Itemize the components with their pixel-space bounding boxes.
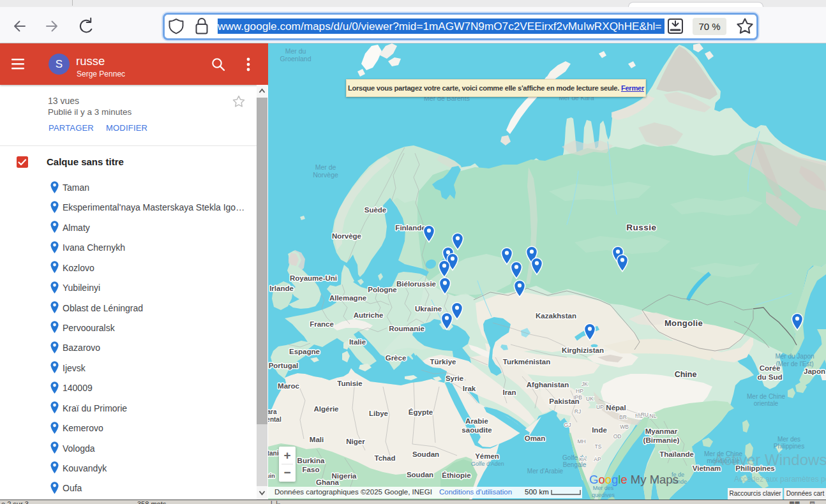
svg-text:saoudite: saoudite	[462, 426, 492, 434]
svg-text:uin: uin	[268, 473, 275, 479]
svg-text:Libye: Libye	[369, 410, 388, 417]
svg-text:Irak: Irak	[463, 385, 476, 392]
svg-text:Tchad: Tchad	[374, 454, 395, 462]
svg-text:Russie: Russie	[626, 223, 656, 232]
svg-text:Kazakhstan: Kazakhstan	[536, 312, 576, 320]
svg-text:Chine: Chine	[675, 370, 697, 379]
svg-text:Soudan: Soudan	[407, 471, 433, 478]
svg-text:Mali: Mali	[310, 436, 324, 443]
svg-text:Golfe d'Aden: Golfe d'Aden	[471, 461, 504, 467]
svg-text:BR: BR	[619, 414, 627, 420]
svg-text:KA: KA	[579, 456, 587, 463]
svg-text:UP: UP	[596, 404, 604, 410]
svg-text:UK: UK	[586, 396, 594, 402]
svg-text:Allemagne: Allemagne	[329, 294, 366, 302]
svg-text:Soudan: Soudan	[412, 450, 439, 458]
svg-text:HP: HP	[576, 388, 583, 394]
svg-text:Mer du: Mer du	[285, 47, 306, 55]
svg-text:Biélorussie: Biélorussie	[396, 280, 436, 288]
svg-text:Afghanistan: Afghanistan	[527, 381, 569, 389]
svg-text:Syrie: Syrie	[446, 374, 463, 382]
svg-text:Finlande: Finlande	[395, 224, 425, 232]
svg-text:Arabie: Arabie	[465, 417, 488, 425]
svg-text:Kirghizistan: Kirghizistan	[562, 346, 604, 354]
svg-text:Turkménistan: Turkménistan	[503, 358, 551, 366]
svg-text:AP: AP	[594, 456, 601, 463]
svg-text:Autriche: Autriche	[354, 311, 384, 319]
svg-text:du Sud: du Sud	[758, 373, 783, 381]
svg-text:Éthiopie: Éthiopie	[442, 471, 470, 479]
svg-text:Mer du Japon: Mer du Japon	[775, 353, 814, 360]
svg-text:Türkiye: Türkiye	[430, 358, 456, 366]
svg-text:ARU: ARU	[637, 411, 649, 418]
svg-text:Japon: Japon	[804, 367, 825, 375]
svg-text:Tunisie: Tunisie	[337, 380, 362, 387]
svg-text:Royaume-Uni: Royaume-Uni	[290, 274, 337, 282]
svg-text:JK: JK	[582, 381, 588, 387]
svg-text:ara: ara	[268, 408, 277, 415]
svg-text:Iran: Iran	[502, 389, 516, 396]
svg-text:Oman: Oman	[525, 434, 546, 442]
svg-text:GJ: GJ	[564, 422, 571, 428]
svg-text:Roumanie: Roumanie	[389, 325, 424, 332]
svg-text:Népal: Népal	[606, 404, 626, 411]
svg-text:quedives: quedives	[592, 492, 615, 498]
svg-text:Norvège: Norvège	[332, 232, 361, 240]
svg-text:OD: OD	[613, 433, 622, 440]
svg-text:Espagne: Espagne	[289, 348, 320, 355]
svg-text:Niger: Niger	[346, 438, 365, 445]
svg-text:Mongolie: Mongolie	[665, 318, 703, 328]
svg-text:Yémen: Yémen	[475, 452, 499, 460]
svg-text:Myanmar: Myanmar	[645, 427, 678, 435]
svg-text:Irlande: Irlande	[269, 285, 294, 292]
svg-text:Mer de Chine: Mer de Chine	[747, 393, 785, 400]
svg-text:Faso: Faso	[303, 466, 320, 473]
svg-text:orientale: orientale	[754, 400, 779, 407]
svg-text:Groenland: Groenland	[280, 55, 311, 63]
svg-text:Mer des: Mer des	[777, 436, 800, 443]
svg-text:Égypte: Égypte	[409, 408, 433, 416]
svg-text:WB: WB	[620, 424, 629, 430]
svg-text:Philippines: Philippines	[774, 443, 804, 450]
svg-text:Italie: Italie	[349, 338, 366, 346]
svg-text:Mer d'Arabie: Mer d'Arabie	[527, 468, 564, 475]
svg-text:TS: TS	[595, 443, 602, 450]
svg-text:Inde: Inde	[592, 426, 607, 434]
svg-text:(Birmanie): (Birmanie)	[643, 436, 680, 444]
svg-text:Ghana: Ghana	[316, 478, 339, 486]
svg-text:Thaïlande: Thaïlande	[659, 450, 694, 458]
svg-text:Suède: Suède	[364, 206, 387, 214]
svg-text:IPB: IPB	[573, 394, 582, 401]
svg-text:RJ: RJ	[574, 408, 581, 415]
svg-text:Portugal: Portugal	[269, 362, 299, 369]
svg-text:(Mer de l'Est): (Mer de l'Est)	[776, 360, 813, 367]
svg-text:Mer de: Mer de	[315, 163, 336, 171]
svg-text:Grèce: Grèce	[386, 354, 407, 362]
svg-text:Norvège: Norvège	[313, 171, 338, 179]
svg-text:Maroc: Maroc	[278, 382, 299, 390]
svg-text:ental: ental	[268, 416, 282, 423]
svg-text:Burkina: Burkina	[297, 457, 325, 464]
svg-text:Algérie: Algérie	[314, 405, 339, 413]
svg-text:France: France	[310, 320, 334, 328]
svg-text:MH: MH	[577, 438, 585, 445]
svg-text:Pologne: Pologne	[368, 286, 396, 293]
svg-text:NL: NL	[650, 413, 657, 419]
svg-text:Ukraine: Ukraine	[415, 305, 442, 313]
